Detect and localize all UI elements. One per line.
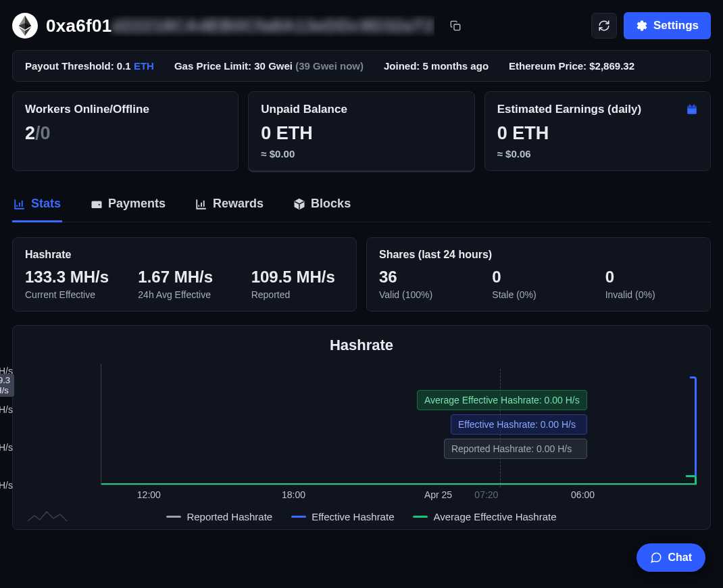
svg-rect-4 (693, 105, 695, 107)
earnings-value: 0 ETH (497, 123, 698, 144)
stat-cards-row: Workers Online/Offline 2/0 Unpaid Balanc… (12, 91, 711, 171)
shares-title: Shares (last 24 hours) (379, 249, 698, 261)
copy-address-button[interactable] (443, 13, 468, 39)
payout-threshold: Payout Threshold: 0.1 ETH (25, 60, 154, 72)
settings-label: Settings (653, 19, 699, 32)
refresh-icon (598, 20, 610, 32)
ethereum-logo-icon (12, 13, 38, 39)
chat-label: Chat (668, 552, 692, 564)
tab-stats[interactable]: Stats (12, 190, 62, 222)
chart-x-axis: 12:00 18:00 Apr 25 07:20 06:00 (101, 489, 703, 506)
refresh-button[interactable] (591, 13, 617, 39)
address-redacted: d22218CA4EB0Cfa8A13eDDc9D32aT2 (112, 16, 434, 36)
workers-card: Workers Online/Offline 2/0 (12, 91, 239, 171)
tab-payments[interactable]: Payments (89, 190, 167, 222)
workers-title: Workers Online/Offline (25, 103, 226, 116)
gear-icon (636, 20, 648, 32)
chart-legend: Reported Hashrate Effective Hashrate Ave… (20, 511, 703, 522)
earnings-sub: ≈ $0.06 (497, 148, 698, 160)
hashrate-card: Hashrate 133.3 MH/s Current Effective 1.… (12, 237, 357, 312)
unpaid-sub: ≈ $0.00 (261, 148, 462, 160)
svg-rect-3 (689, 105, 691, 107)
wallet-icon (91, 198, 103, 210)
tabs-nav: Stats Payments Rewards Blocks (12, 190, 711, 222)
chart-cursor-x: 07:20 (474, 489, 498, 500)
svg-point-6 (99, 203, 100, 205)
svg-rect-2 (687, 106, 697, 109)
shares-card: Shares (last 24 hours) 36 Valid (100%) 0… (366, 237, 711, 312)
tooltip-avg: Average Effective Hashrate: 0.00 H/s (417, 390, 587, 410)
chart-plot-area[interactable]: Average Effective Hashrate: 0.00 H/s Eff… (101, 364, 697, 485)
legend-avg[interactable]: Average Effective Hashrate (413, 511, 556, 522)
unpaid-balance-card: Unpaid Balance 0 ETH ≈ $0.00 (248, 91, 474, 171)
chart-y-axis: 150.0 MH/s 149.3 MH/s 100.0 MH/s 50.0 MH… (20, 364, 101, 485)
tooltip-effective: Effective Hashrate: 0.00 H/s (451, 414, 587, 435)
calendar-icon[interactable] (686, 103, 698, 116)
shares-invalid: 0 Invalid (0%) (605, 268, 698, 300)
chart-avg-spike (686, 475, 697, 485)
blocks-icon (293, 198, 305, 210)
shares-valid: 36 Valid (100%) (379, 268, 472, 300)
rewards-icon (195, 198, 207, 210)
page-header: 0xa6f01d22218CA4EB0Cfa8A13eDDc9D32aT2 Se… (12, 12, 711, 39)
hashrate-chart[interactable]: Hashrate 150.0 MH/s 149.3 MH/s 100.0 MH/… (12, 325, 711, 530)
tab-blocks[interactable]: Blocks (292, 190, 352, 222)
payout-unit-link[interactable]: ETH (134, 60, 154, 72)
joined-date: Joined: 5 months ago (384, 60, 489, 72)
hashrate-reported: 109.5 MH/s Reported (251, 268, 344, 300)
chart-title: Hashrate (20, 337, 703, 354)
chart-tooltips: Average Effective Hashrate: 0.00 H/s Eff… (417, 390, 587, 459)
tab-rewards[interactable]: Rewards (194, 190, 265, 222)
hashrate-avg: 1.67 MH/s 24h Avg Effective (138, 268, 230, 300)
tooltip-reported: Reported Hashrate: 0.00 H/s (444, 439, 587, 459)
settings-button[interactable]: Settings (624, 12, 711, 39)
stats-icon (14, 198, 26, 210)
earnings-card: Estimated Earnings (daily) 0 ETH ≈ $0.06 (484, 91, 711, 171)
chart-avg-line (101, 483, 697, 485)
unpaid-value: 0 ETH (261, 123, 462, 144)
earnings-title: Estimated Earnings (daily) (497, 103, 698, 116)
gas-price-limit: Gas Price Limit: 30 Gwei (39 Gwei now) (174, 60, 364, 72)
legend-effective[interactable]: Effective Hashrate (291, 511, 394, 522)
svg-rect-0 (454, 24, 460, 30)
address-visible: 0xa6f01 (46, 16, 112, 36)
eth-price: Ethereum Price: $2,869.32 (509, 60, 634, 72)
svg-rect-5 (92, 201, 102, 208)
legend-reported[interactable]: Reported Hashrate (166, 511, 272, 522)
unpaid-title: Unpaid Balance (261, 103, 462, 116)
shares-stale: 0 Stale (0%) (492, 268, 584, 300)
header-actions: Settings (591, 12, 711, 39)
chart-effective-spike (690, 376, 697, 485)
workers-value: 2/0 (25, 123, 226, 144)
wallet-address: 0xa6f01d22218CA4EB0Cfa8A13eDDc9D32aT2 (46, 16, 434, 36)
hashrate-title: Hashrate (25, 249, 344, 261)
metrics-row: Hashrate 133.3 MH/s Current Effective 1.… (12, 237, 711, 312)
info-bar: Payout Threshold: 0.1 ETH Gas Price Limi… (12, 50, 711, 82)
chat-icon (650, 552, 662, 564)
chat-button[interactable]: Chat (637, 543, 705, 572)
chart-y-highlight: 149.3 MH/s (0, 374, 14, 397)
chart-zoom-minimap[interactable] (28, 509, 68, 524)
copy-icon (450, 20, 461, 31)
hashrate-current: 133.3 MH/s Current Effective (25, 268, 118, 300)
